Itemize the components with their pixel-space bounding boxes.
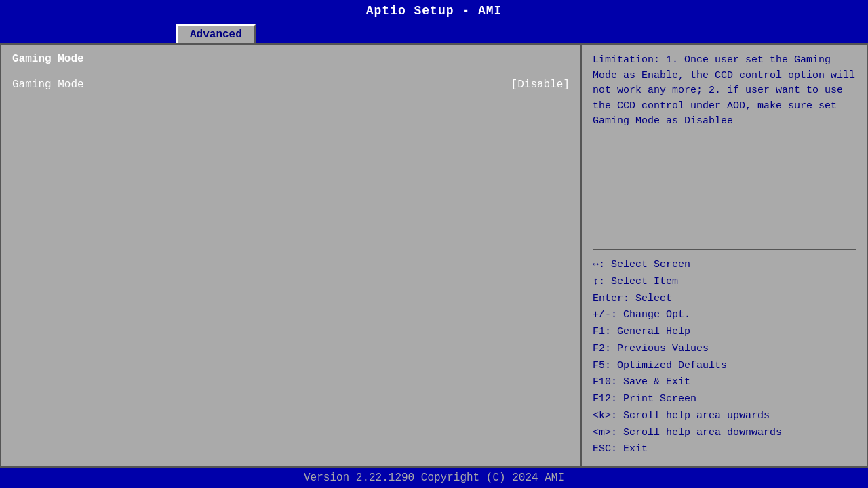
- key-hint-change-opt: +/-: Change Opt.: [593, 307, 856, 324]
- divider: [593, 249, 856, 250]
- key-hint-scroll-up: <k>: Scroll help area upwards: [593, 408, 856, 425]
- tab-advanced[interactable]: Advanced: [176, 24, 256, 43]
- key-hints: ↔: Select Screen ↕: Select Item Enter: S…: [593, 257, 856, 458]
- nav-bar: Advanced: [0, 22, 868, 43]
- key-hint-f10: F10: Save & Exit: [593, 374, 856, 391]
- section-title: Gaming Mode: [12, 53, 570, 65]
- app: Aptio Setup - AMI Advanced Gaming Mode G…: [0, 0, 868, 488]
- key-hint-f2: F2: Previous Values: [593, 341, 856, 358]
- title-bar: Aptio Setup - AMI: [0, 0, 868, 22]
- setting-value-gaming-mode: [Disable]: [511, 79, 570, 91]
- key-hint-f5: F5: Optimized Defaults: [593, 358, 856, 375]
- key-hint-f1: F1: General Help: [593, 324, 856, 341]
- left-panel: Gaming Mode Gaming Mode [Disable]: [1, 45, 582, 466]
- key-hint-select-item: ↕: Select Item: [593, 274, 856, 291]
- footer-text: Version 2.22.1290 Copyright (C) 2024 AMI: [304, 472, 564, 484]
- setting-row-gaming-mode[interactable]: Gaming Mode [Disable]: [12, 76, 570, 94]
- footer: Version 2.22.1290 Copyright (C) 2024 AMI: [0, 468, 868, 488]
- key-hint-f12: F12: Print Screen: [593, 391, 856, 408]
- key-hint-select-screen: ↔: Select Screen: [593, 257, 856, 274]
- app-title: Aptio Setup - AMI: [366, 4, 502, 18]
- key-hint-esc: ESC: Exit: [593, 441, 856, 458]
- key-hint-scroll-down: <m>: Scroll help area downwards: [593, 425, 856, 442]
- right-panel: Limitation: 1. Once user set the Gaming …: [582, 45, 867, 466]
- setting-label-gaming-mode: Gaming Mode: [12, 79, 511, 91]
- key-hint-enter: Enter: Select: [593, 291, 856, 308]
- help-text: Limitation: 1. Once user set the Gaming …: [593, 53, 856, 242]
- main-content: Gaming Mode Gaming Mode [Disable] Limita…: [0, 43, 868, 468]
